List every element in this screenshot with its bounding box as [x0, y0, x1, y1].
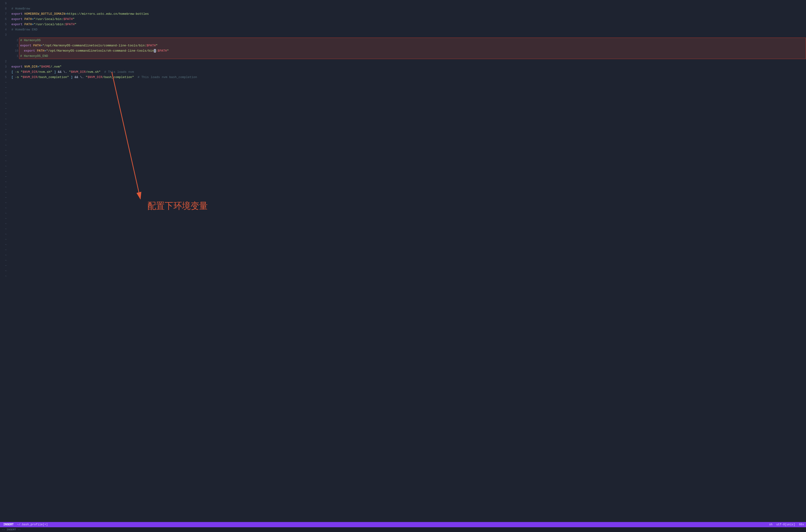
- tilde-line: ~: [9, 148, 806, 153]
- code-line: 5 export PATH="/usr/local/sbin:$PATH": [9, 22, 806, 27]
- tilde-line: ~: [9, 137, 806, 143]
- tilde-line: ~: [9, 268, 806, 273]
- highlighted-line: 2 # HarmonyOS: [20, 38, 805, 43]
- tilde-line: ~: [9, 242, 806, 247]
- tilde-line: ~: [9, 153, 806, 158]
- tilde-line: ~: [9, 164, 806, 169]
- harmonyos-block: 2 # HarmonyOS 1 export PATH="/opt/Harmon…: [19, 38, 806, 59]
- line-content: [ -s "$NVM_DIR/bash_completion" ] && \. …: [9, 75, 197, 80]
- code-line: 3 export NVM_DIR="$HOME/.nvm": [9, 64, 806, 70]
- code-line: 7 export HOMEBREW_BOTTLE_DOMAIN=https://…: [9, 12, 806, 17]
- line-number: 3: [0, 32, 8, 38]
- line-content: # HomeBrew: [9, 6, 30, 12]
- tilde-line: ~: [9, 117, 806, 122]
- line-number: 2: [0, 59, 8, 64]
- line-content: export PATH="/usr/local/bin:$PATH": [9, 17, 75, 22]
- filename: ~/.bash_profile[+]: [17, 523, 48, 526]
- bottom-bar: -- INSERT --: [0, 527, 806, 532]
- tilde-line: ~: [9, 206, 806, 211]
- line-content: # HomeBrew END: [9, 27, 37, 32]
- highlighted-line: 1 # HarmonyOS_END: [20, 54, 805, 59]
- bottom-status: -- INSERT --: [2, 528, 21, 531]
- code-line: 8 # HomeBrew: [9, 6, 806, 12]
- tilde-line: ~: [9, 253, 806, 258]
- tilde-line: ~: [9, 106, 806, 111]
- tilde-line: ~: [9, 143, 806, 148]
- tilde-line: ~: [9, 132, 806, 137]
- code-lines: 9 8 # HomeBrew 7 export HOMEBREW_BOTTLE_…: [0, 1, 806, 279]
- tilde-line: ~: [9, 90, 806, 96]
- tilde-line: ~: [9, 216, 806, 221]
- line-number: 6: [0, 17, 8, 22]
- tilde-line: ~: [9, 101, 806, 106]
- line-number: 3: [0, 64, 8, 70]
- line-number: 7: [0, 12, 8, 17]
- tilde-line: ~: [9, 221, 806, 227]
- tilde-line: ~: [9, 111, 806, 117]
- line-content: export HOMEBREW_BOTTLE_DOMAIN=https://mi…: [9, 12, 149, 17]
- line-content: export PATH="/opt/HarmonyOS-commandlinet…: [20, 43, 157, 48]
- position: 66x: [799, 523, 804, 526]
- line-content: [ -s "$NVM_DIR/nvm.sh" ] && \. "$NVM_DIR…: [9, 70, 134, 75]
- line-number: 4: [0, 70, 8, 75]
- tilde-line: ~: [9, 122, 806, 127]
- tilde-line: ~: [9, 158, 806, 164]
- filetype: sh: [769, 523, 772, 526]
- code-line: 3: [9, 32, 806, 38]
- tilde-line: ~: [9, 232, 806, 237]
- line-number: 4: [0, 27, 8, 32]
- code-line: 6 export PATH="/usr/local/bin:$PATH": [9, 17, 806, 22]
- line-number: 1: [12, 54, 20, 59]
- line-number: 10: [12, 48, 20, 54]
- line-number: 5: [0, 75, 8, 80]
- line-number: 1: [12, 43, 20, 48]
- line-content: # HarmonyOS_END: [20, 54, 48, 59]
- tilde-line: ~: [9, 179, 806, 185]
- tilde-line: ~: [9, 174, 806, 179]
- highlighted-line: 10 export PATH="/opt/HarmonyOS-commandli…: [20, 48, 805, 54]
- tilde-line: ~: [9, 227, 806, 232]
- tilde-line: ~: [9, 127, 806, 132]
- encoding: utf-8[unix]: [776, 523, 795, 526]
- tilde-line: ~: [9, 169, 806, 174]
- line-number: 2: [12, 38, 20, 43]
- line-content: # HarmonyOS: [20, 38, 41, 43]
- line-content: export PATH="/usr/local/sbin:$PATH": [9, 22, 76, 27]
- tilde-line: ~: [9, 185, 806, 190]
- status-right: sh utf-8[unix] 66x: [769, 523, 804, 526]
- code-line: 5 [ -s "$NVM_DIR/bash_completion" ] && \…: [9, 75, 806, 80]
- tilde-line: ~: [9, 247, 806, 253]
- code-line: 4 # HomeBrew END: [9, 27, 806, 32]
- mode-indicator: INSERT: [2, 523, 15, 526]
- editor-area: 9 8 # HomeBrew 7 export HOMEBREW_BOTTLE_…: [0, 0, 806, 522]
- tilde-line: ~: [9, 263, 806, 268]
- tilde-line: ~: [9, 96, 806, 101]
- tilde-line: ~: [9, 80, 806, 85]
- highlighted-line: 1 export PATH="/opt/HarmonyOS-commandlin…: [20, 43, 805, 48]
- tilde-line: ~: [9, 211, 806, 216]
- line-content: export NVM_DIR="$HOME/.nvm": [9, 64, 62, 70]
- tilde-line: ~: [9, 273, 806, 279]
- code-line: 2: [9, 59, 806, 64]
- tilde-line: ~: [9, 190, 806, 195]
- line-number: 9: [0, 1, 8, 6]
- line-content: export PATH="/opt/HarmonyOS-commandlinet…: [20, 48, 169, 54]
- line-number: 5: [0, 22, 8, 27]
- code-line: 9: [9, 1, 806, 6]
- tilde-line: ~: [9, 258, 806, 263]
- tilde-line: ~: [9, 237, 806, 242]
- tilde-line: ~: [9, 85, 806, 90]
- line-number: 8: [0, 6, 8, 12]
- status-bar: INSERT ~/.bash_profile[+] sh utf-8[unix]…: [0, 522, 806, 527]
- tilde-lines: ~~~~~~~~~~~~~~~~~~~~~~~~~~~~~~~~~~~~~~: [9, 80, 806, 279]
- code-line: 4 [ -s "$NVM_DIR/nvm.sh" ] && \. "$NVM_D…: [9, 70, 806, 75]
- tilde-line: ~: [9, 200, 806, 206]
- tilde-line: ~: [9, 195, 806, 200]
